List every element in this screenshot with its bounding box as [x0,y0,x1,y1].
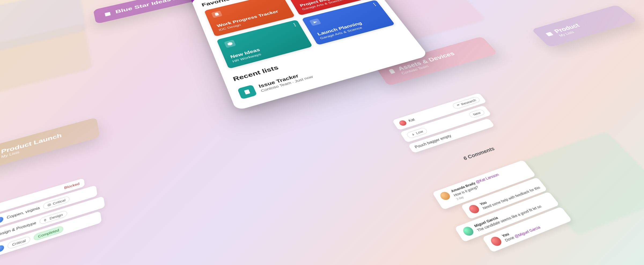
card-more-button[interactable] [293,23,296,27]
chip-low[interactable]: Low [406,127,428,139]
avatar [439,191,452,201]
avatar [398,120,407,126]
card-title: New Ideas [230,36,303,59]
avatar [0,216,3,224]
clipboard-icon [211,10,222,18]
svg-rect-0 [105,12,111,16]
list-icon [103,11,112,17]
status-blocked: Blocked [64,182,80,190]
home-content: Favorites Work Progress Tracker IDC Desi… [191,0,428,111]
comments-count: 6 Comments [462,146,496,161]
avatar [461,226,475,237]
plane-icon [309,18,321,26]
svg-rect-21 [244,89,250,94]
panel-product-launch[interactable]: Product Launch My Lists [0,117,100,171]
calendar-icon [544,31,555,37]
cube-icon [224,40,236,48]
avatar [467,204,481,214]
person-name: Kat [408,118,416,123]
left-list-rows: Blocked Coppen, virginia Critical Design… [0,173,107,258]
avatar [489,236,503,247]
svg-line-5 [49,204,50,206]
right-list-rows: Kat Research Low New Pouch bagger empty [392,93,504,153]
list-icon [237,85,257,99]
card-more-button[interactable] [373,3,376,6]
panel-product[interactable]: Product My Lists [531,5,638,47]
avatar [0,244,4,253]
phone-mockup: Blue Star Ideas 20 ••• 10:28 Home Favori… [182,0,428,111]
svg-point-8 [457,104,458,105]
svg-point-9 [458,104,459,105]
chip-critical[interactable]: Critical [8,236,30,250]
panel-title: Blue Star Ideas 20 [115,0,182,14]
svg-rect-10 [546,32,554,36]
clipboard-icon [387,68,397,75]
chip-new[interactable]: New [468,109,485,118]
